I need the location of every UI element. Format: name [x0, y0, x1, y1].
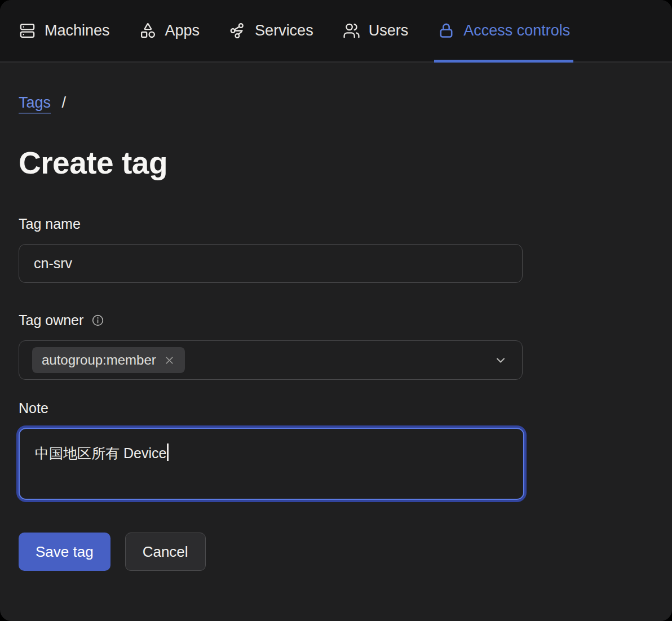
nav-tab-users[interactable]: Users [343, 0, 409, 61]
main-content: Tags / Create tag Tag name Tag owner aut… [0, 63, 672, 621]
tag-owner-select[interactable]: autogroup:member [19, 340, 523, 380]
tag-name-label: Tag name [19, 216, 653, 232]
nav-tab-apps[interactable]: Apps [139, 0, 200, 61]
action-buttons: Save tag Cancel [19, 533, 653, 571]
tag-owner-pill: autogroup:member [32, 347, 185, 373]
breadcrumb: Tags / [19, 94, 653, 112]
nav-tab-access-controls[interactable]: Access controls [437, 0, 570, 61]
shapes-icon [139, 22, 157, 39]
note-text: 中国地区所有 Device [35, 445, 166, 461]
nav-tab-machines[interactable]: Machines [19, 0, 110, 61]
nav-tab-label: Machines [45, 22, 110, 39]
breadcrumb-tags-link[interactable]: Tags [19, 94, 51, 111]
save-tag-button[interactable]: Save tag [19, 533, 110, 571]
note-textarea[interactable]: 中国地区所有 Device [19, 428, 524, 500]
nav-tab-label: Users [369, 22, 409, 39]
tag-name-input[interactable] [19, 244, 523, 283]
nodes-icon [229, 22, 246, 39]
nav-tab-label: Services [255, 22, 313, 39]
note-label: Note [19, 400, 653, 416]
tag-owner-label: Tag owner [19, 312, 653, 329]
info-icon[interactable] [91, 314, 104, 327]
chevron-down-icon [494, 353, 507, 367]
nav-tab-label: Apps [165, 22, 200, 39]
users-icon [343, 22, 360, 39]
page-title: Create tag [19, 145, 653, 181]
breadcrumb-separator: / [62, 94, 67, 111]
lock-icon [437, 22, 455, 39]
nav-tab-services[interactable]: Services [229, 0, 313, 61]
active-tab-underline [434, 60, 573, 63]
top-navigation: Machines Apps Services [0, 0, 672, 63]
cancel-button[interactable]: Cancel [125, 533, 206, 571]
close-icon[interactable] [163, 354, 175, 366]
app-window: Machines Apps Services [0, 0, 672, 621]
nav-tab-label: Access controls [463, 22, 570, 39]
text-cursor [167, 443, 169, 461]
server-icon [19, 22, 36, 39]
tag-owner-pill-label: autogroup:member [42, 352, 156, 368]
